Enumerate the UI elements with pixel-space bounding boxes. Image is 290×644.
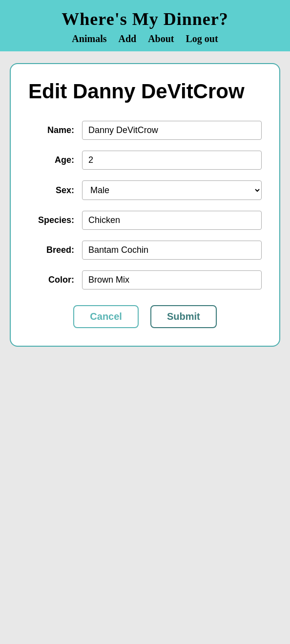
sex-row: Sex: Male Female — [28, 180, 262, 200]
species-label: Species: — [28, 215, 82, 225]
site-title: Where's My Dinner? — [10, 9, 280, 29]
sex-select[interactable]: Male Female — [82, 180, 262, 200]
name-label: Name: — [28, 125, 82, 135]
sex-label: Sex: — [28, 185, 82, 196]
age-row: Age: — [28, 151, 262, 170]
species-input[interactable] — [82, 211, 262, 230]
card-title: Edit Danny DeVitCrow — [28, 80, 262, 103]
buttons-row: Cancel Submit — [28, 305, 262, 328]
header: Where's My Dinner? Animals Add About Log… — [0, 0, 290, 51]
breed-row: Breed: — [28, 241, 262, 260]
nav-about[interactable]: About — [148, 33, 174, 44]
nav: Animals Add About Log out — [10, 33, 280, 44]
age-label: Age: — [28, 155, 82, 165]
color-label: Color: — [28, 275, 82, 285]
name-input[interactable] — [82, 121, 262, 140]
breed-input[interactable] — [82, 241, 262, 260]
main-content: Edit Danny DeVitCrow Name: Age: Sex: Mal… — [0, 51, 290, 642]
color-row: Color: — [28, 270, 262, 289]
edit-card: Edit Danny DeVitCrow Name: Age: Sex: Mal… — [10, 63, 280, 347]
cancel-button[interactable]: Cancel — [73, 305, 139, 328]
nav-logout[interactable]: Log out — [186, 33, 218, 44]
name-row: Name: — [28, 121, 262, 140]
color-input[interactable] — [82, 270, 262, 289]
age-input[interactable] — [82, 151, 262, 170]
submit-button[interactable]: Submit — [150, 305, 217, 328]
edit-form: Name: Age: Sex: Male Female Species: — [28, 121, 262, 328]
breed-label: Breed: — [28, 245, 82, 255]
species-row: Species: — [28, 211, 262, 230]
nav-add[interactable]: Add — [118, 33, 136, 44]
nav-animals[interactable]: Animals — [72, 33, 106, 44]
